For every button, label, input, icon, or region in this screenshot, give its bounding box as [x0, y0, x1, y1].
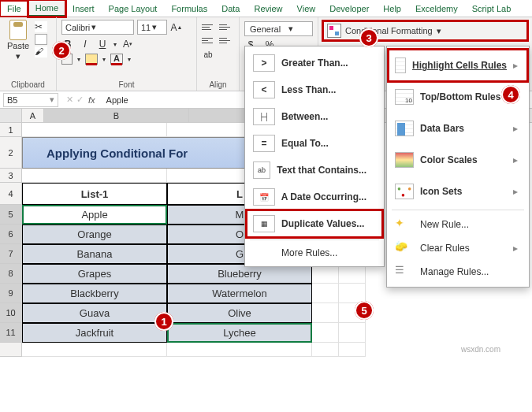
row-header[interactable]: 4 [0, 183, 22, 205]
table-header-list1[interactable]: List-1 [22, 183, 167, 205]
table-cell[interactable]: Apple [22, 205, 167, 225]
chevron-down-icon: ▾ [77, 56, 80, 63]
tab-data[interactable]: Data [214, 1, 247, 17]
wrap-text-button[interactable]: ab [202, 48, 214, 61]
align-top-button[interactable] [202, 21, 216, 32]
menu-manage-rules[interactable]: Manage Rules... [389, 260, 527, 284]
greater-than-icon: > [253, 54, 275, 72]
tab-page-layout[interactable]: Page Layout [102, 1, 165, 17]
align-middle-button[interactable] [219, 21, 233, 32]
menu-date-occurring[interactable]: 📅A Date Occurring... [247, 184, 382, 210]
table-cell[interactable]: Jackfruit [22, 323, 167, 343]
top-bottom-icon: 10 [395, 89, 414, 105]
watermark: wsxdn.com [461, 345, 500, 354]
callout-3: 3 [359, 28, 378, 47]
date-icon: 📅 [253, 188, 275, 206]
row-header[interactable] [0, 343, 22, 357]
clear-rules-icon [395, 240, 414, 256]
row-header[interactable]: 2 [0, 137, 22, 169]
tab-view[interactable]: View [290, 1, 323, 17]
tab-exceldemy[interactable]: Exceldemy [408, 1, 465, 17]
fx-icon[interactable]: fx [87, 95, 97, 105]
table-cell[interactable]: Olive [167, 303, 312, 323]
table-cell[interactable]: Guava [22, 303, 167, 323]
menu-duplicate-values[interactable]: ▦Duplicate Values... [247, 210, 382, 237]
font-group-label: Font [61, 79, 192, 89]
menu-new-rule[interactable]: New Rule... [389, 213, 527, 236]
callout-1: 1 [154, 312, 173, 331]
paste-button[interactable]: Paste ▾ [5, 20, 32, 61]
tab-file[interactable]: File [0, 1, 28, 17]
number-format-select[interactable]: General▾ [244, 21, 313, 36]
table-cell[interactable]: Orange [22, 225, 167, 244]
col-header-a[interactable]: A [22, 109, 44, 122]
duplicate-icon: ▦ [253, 215, 275, 232]
menu-greater-than[interactable]: >Greater Than... [247, 50, 382, 76]
chevron-right-icon: ▸ [513, 186, 518, 197]
menu-less-than[interactable]: <Less Than... [247, 76, 382, 103]
col-header-b[interactable]: B [44, 109, 189, 122]
menu-data-bars[interactable]: Data Bars▸ [389, 113, 527, 144]
format-painter-icon[interactable]: 🖌 [35, 46, 47, 58]
cut-icon[interactable]: ✂ [35, 21, 47, 32]
tab-help[interactable]: Help [376, 1, 408, 17]
menu-equal-to[interactable]: =Equal To... [247, 130, 382, 157]
chevron-right-icon: ▸ [513, 154, 518, 165]
highlight-cells-icon [395, 58, 406, 73]
row-header[interactable]: 5 [0, 205, 22, 225]
align-center-button[interactable] [219, 35, 233, 46]
tab-formulas[interactable]: Formulas [164, 1, 214, 17]
icon-sets-icon: ●●● [395, 184, 414, 199]
shrink-font-icon[interactable]: A▾ [121, 38, 134, 50]
font-name-select[interactable]: Calibri▾ [61, 20, 134, 35]
font-size-select[interactable]: 11▾ [137, 20, 167, 35]
text-contains-icon: ab [253, 161, 270, 179]
underline-button[interactable]: U [96, 38, 109, 50]
row-header[interactable]: 8 [0, 264, 22, 284]
row-header[interactable]: 3 [0, 169, 22, 183]
menu-highlight-cells-rules[interactable]: Highlight Cells Rules▸ [389, 50, 527, 81]
row-header[interactable]: 7 [0, 244, 22, 264]
row-header[interactable]: 1 [0, 123, 22, 137]
row-header[interactable]: 10 [0, 303, 22, 323]
equal-icon: = [253, 135, 275, 152]
align-left-button[interactable] [202, 35, 216, 46]
fill-color-button[interactable] [85, 54, 98, 65]
grow-font-icon[interactable]: A▲ [170, 21, 183, 34]
name-box[interactable]: B5▾ [3, 93, 58, 107]
table-cell[interactable]: Blackberry [22, 284, 167, 303]
callout-5: 5 [355, 301, 374, 320]
between-icon: ├┤ [253, 108, 275, 125]
row-header[interactable]: 9 [0, 284, 22, 303]
conditional-formatting-button[interactable]: Conditional Formatting ▾ [323, 21, 527, 40]
chevron-right-icon: ▸ [513, 243, 518, 254]
tab-insert[interactable]: Insert [65, 1, 102, 17]
chevron-down-icon: ▾ [128, 56, 131, 63]
italic-button[interactable]: I [79, 38, 91, 50]
menu-color-scales[interactable]: Color Scales▸ [389, 144, 527, 176]
menu-more-rules[interactable]: More Rules... [247, 243, 382, 263]
group-font: Calibri▾ 11▾ A▲ B I U ▾ A▾ ▾ ▾ A ▾ Font [57, 17, 197, 91]
table-cell[interactable]: Lychee [167, 323, 312, 343]
table-cell[interactable]: Banana [22, 244, 167, 264]
select-all-button[interactable] [0, 109, 22, 122]
tab-home[interactable]: Home [28, 0, 65, 17]
row-header[interactable]: 6 [0, 225, 22, 244]
font-color-button[interactable]: A [110, 54, 123, 65]
copy-icon[interactable] [35, 34, 47, 45]
chevron-right-icon: ▸ [513, 123, 518, 134]
row-header[interactable]: 11 [0, 323, 22, 343]
clipboard-group-label: Clipboard [5, 79, 51, 89]
menu-clear-rules[interactable]: Clear Rules▸ [389, 236, 527, 260]
tab-review[interactable]: Review [247, 1, 289, 17]
chevron-down-icon: ▾ [102, 56, 106, 63]
menu-text-contains[interactable]: abText that Contains... [247, 157, 382, 184]
tab-scriptlab[interactable]: Script Lab [465, 1, 519, 17]
enter-formula-icon[interactable]: ✓ [76, 95, 84, 105]
tab-developer[interactable]: Developer [322, 1, 376, 17]
menu-between[interactable]: ├┤Between... [247, 103, 382, 130]
table-cell[interactable]: Grapes [22, 264, 167, 284]
table-cell[interactable]: Watermelon [167, 284, 312, 303]
cancel-formula-icon[interactable]: ✕ [66, 95, 73, 105]
menu-icon-sets[interactable]: ●●●Icon Sets▸ [389, 176, 527, 207]
